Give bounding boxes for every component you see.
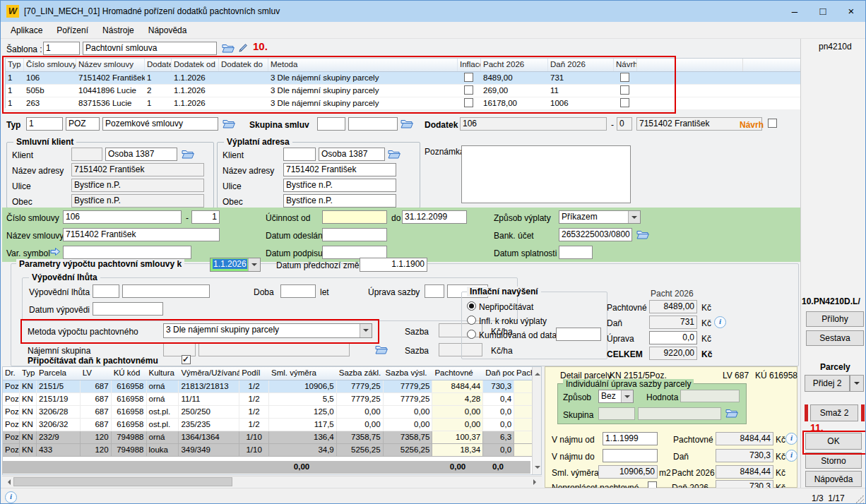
- col-dan-2026[interactable]: Daň 2026: [548, 59, 614, 71]
- scroll-down-icon[interactable]: [535, 466, 540, 472]
- ok-button[interactable]: OK: [805, 433, 862, 450]
- folder-open-icon[interactable]: [375, 344, 388, 354]
- parcel-row-4[interactable]: Poz KN 3206/32 687 616958 ost.pl. 235/23…: [3, 419, 533, 431]
- napoveda-button[interactable]: Nápověda: [805, 471, 862, 487]
- cislo-smlouvy-input[interactable]: 106: [63, 210, 182, 224]
- navrh-checkbox[interactable]: [768, 119, 777, 128]
- folder-open-icon[interactable]: [223, 119, 235, 128]
- typ-kod-input[interactable]: POZ: [66, 117, 100, 131]
- najemni-skupina-input[interactable]: [198, 343, 350, 356]
- contract-row-3[interactable]: 1 263 8371536 Lucie 1 1.1.2026 3 Dle náj…: [6, 97, 802, 110]
- scroll-right-icon[interactable]: [533, 479, 539, 485]
- col-kultura[interactable]: Kultura: [147, 367, 179, 380]
- col-pachtovne-2[interactable]: Pachtovné: [514, 367, 533, 380]
- skupina-nazev-input[interactable]: [348, 117, 398, 131]
- horizontal-scrollbar[interactable]: [2, 476, 542, 487]
- doba-input[interactable]: [280, 284, 316, 298]
- info-icon[interactable]: i: [5, 491, 17, 503]
- uprava-input[interactable]: 0,0: [649, 331, 697, 344]
- v-najmu-od-input[interactable]: 1.1.1999: [603, 432, 658, 445]
- metoda-vypoctu-select[interactable]: 3 Dle nájemní skupiny parcely: [163, 323, 372, 338]
- menu-aplikace[interactable]: Aplikace: [4, 23, 49, 37]
- klient-osoba-input[interactable]: Osoba 1387: [105, 148, 177, 161]
- storno-button[interactable]: Storno: [805, 452, 862, 469]
- col-nazev-smlouvy[interactable]: Název smlouvy: [76, 59, 145, 71]
- folder-open-icon[interactable]: [401, 119, 413, 128]
- arrow-right-icon[interactable]: [50, 247, 61, 256]
- ucinnost-do-input[interactable]: 31.12.2099: [402, 210, 467, 224]
- ucinnost-od-input[interactable]: [322, 210, 387, 224]
- close-button[interactable]: ×: [837, 2, 865, 20]
- var-symbol-input[interactable]: [63, 246, 191, 259]
- pridej-button[interactable]: Přidej 2: [805, 375, 850, 392]
- info-icon[interactable]: i: [714, 316, 726, 328]
- zpusob-select[interactable]: Bez: [598, 390, 634, 403]
- menu-nastroje[interactable]: Nástroje: [95, 23, 141, 37]
- typ-nazev-input[interactable]: Pozemkové smlouvy: [102, 117, 218, 131]
- v-najmu-do-input[interactable]: [603, 449, 658, 462]
- navrh-checkbox[interactable]: [620, 98, 629, 107]
- col-parcela[interactable]: Parcela: [37, 367, 81, 380]
- resize-grip[interactable]: [855, 495, 864, 504]
- inflace-checkbox[interactable]: [464, 98, 473, 107]
- prilohy-button[interactable]: Přílohy: [806, 311, 864, 327]
- col-typ[interactable]: Typ: [6, 59, 24, 71]
- parcel-row-1[interactable]: Poz KN 2151/5 687 616958 orná 21813/2181…: [3, 380, 533, 393]
- poznamka-textarea[interactable]: [461, 145, 631, 203]
- navrh-checkbox[interactable]: [620, 85, 629, 95]
- scroll-left-icon[interactable]: [5, 479, 11, 485]
- obec-input[interactable]: Bystřice n.P.: [71, 194, 204, 208]
- col-cislo-smlouvy[interactable]: Číslo smlouvy: [24, 59, 76, 71]
- folder-open-icon[interactable]: [182, 149, 194, 159]
- parcel-row-2[interactable]: Poz KN 2151/19 687 616958 orná 11/11 1/2…: [3, 393, 533, 406]
- bank-ucet-input[interactable]: 2653225003/0800: [559, 228, 632, 241]
- contracts-table[interactable]: Typ Číslo smlouvy Název smlouvy Dodatek …: [5, 58, 803, 108]
- col-dodatek[interactable]: Dodatek: [145, 59, 172, 71]
- zpusob-vyplaty-select[interactable]: Příkazem: [559, 210, 641, 224]
- vyplatni-adresa-input[interactable]: 7151402 František: [283, 163, 396, 176]
- col-dodatek-od[interactable]: Dodatek od: [172, 59, 219, 71]
- radio-nepripocitavat[interactable]: [467, 301, 476, 311]
- scroll-up-icon[interactable]: [535, 370, 540, 376]
- col-dr[interactable]: Dr.: [3, 367, 20, 380]
- col-pachtovne[interactable]: Pachtovné: [432, 367, 483, 380]
- col-dodatek-do[interactable]: Dodatek do: [219, 59, 268, 71]
- pripocitavat-dan-checkbox[interactable]: [182, 355, 191, 364]
- col-sazba-vysl[interactable]: Sazba výsl.: [384, 367, 433, 380]
- klient-kod-input[interactable]: [71, 148, 102, 161]
- template-name-input[interactable]: Pachtovní smlouva: [83, 42, 217, 55]
- nazev-adresy-input[interactable]: 7151402 František: [71, 163, 204, 176]
- contract-row-2[interactable]: 1 505b 10441896 Lucie 2 1.1.2026 3 Dle n…: [6, 85, 802, 97]
- col-sml-vymera[interactable]: Sml. výměra: [269, 367, 337, 380]
- dodatek-cislo-input[interactable]: 106: [460, 117, 607, 131]
- datum-splatnosti-input[interactable]: [559, 246, 593, 259]
- contract-row-1[interactable]: 1 106 7151402 František 1 1.1.2026 3 Dle…: [6, 72, 802, 85]
- vyplatni-klient-kod-input[interactable]: [283, 148, 316, 161]
- menu-porizeni[interactable]: Pořízení: [49, 23, 95, 37]
- minimize-button[interactable]: –: [781, 2, 809, 20]
- inflace-checkbox[interactable]: [464, 73, 473, 82]
- edit-pencil-icon[interactable]: [238, 42, 249, 53]
- col-ku-kod[interactable]: KÚ kód: [112, 367, 147, 380]
- folder-open-icon[interactable]: [388, 149, 401, 159]
- kumulovana-datum-input[interactable]: [556, 328, 601, 341]
- radio-infl-k-roku[interactable]: [467, 316, 476, 325]
- vypovedni-lhuta-input[interactable]: [122, 284, 210, 298]
- cislo-poradi-input[interactable]: 1: [191, 210, 220, 224]
- sestava-button[interactable]: Sestava: [806, 330, 864, 346]
- hodnota-input[interactable]: [680, 390, 740, 402]
- col-pacht-2026[interactable]: Pacht 2026: [481, 59, 548, 71]
- ulice-input[interactable]: Bystřice n.P.: [71, 179, 204, 192]
- col-typ[interactable]: Typ: [20, 367, 37, 380]
- chevron-down-icon[interactable]: [360, 324, 372, 337]
- skupina-kod-input[interactable]: [598, 407, 635, 420]
- chevron-down-icon[interactable]: [621, 390, 633, 402]
- col-inflace[interactable]: Inflace: [458, 59, 481, 71]
- navrh-checkbox[interactable]: [620, 73, 629, 82]
- folder-open-icon[interactable]: [725, 408, 738, 418]
- col-podil[interactable]: Podíl: [239, 367, 269, 380]
- template-number-input[interactable]: 1: [43, 42, 80, 55]
- vypovedni-lhuta-kod-input[interactable]: [93, 284, 119, 298]
- inflace-checkbox[interactable]: [464, 85, 473, 95]
- typ-input[interactable]: 1: [26, 117, 63, 131]
